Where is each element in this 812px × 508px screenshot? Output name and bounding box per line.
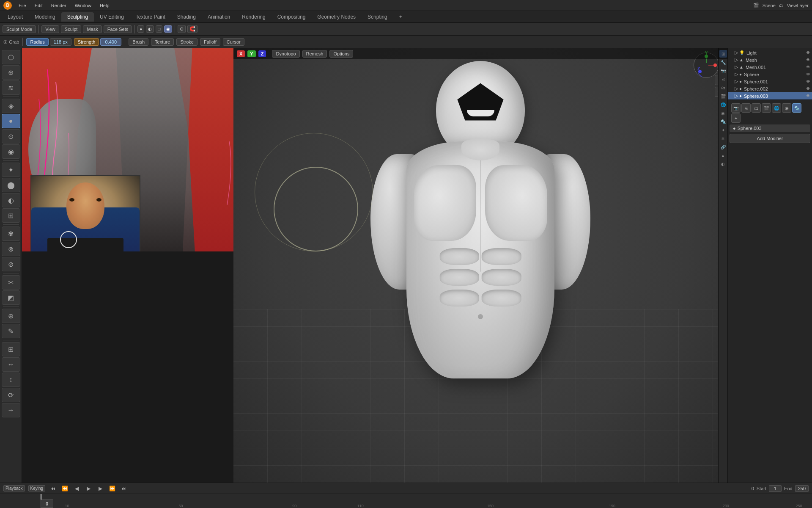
stroke-dropdown[interactable]: Stroke bbox=[176, 38, 198, 46]
outliner-light[interactable]: ▷ 💡 Light 👁 bbox=[728, 49, 812, 56]
tab-scripting[interactable]: Scripting bbox=[362, 12, 393, 22]
sculpt-menu[interactable]: Sculpt bbox=[61, 25, 82, 33]
tool-layer[interactable]: ⊞ bbox=[2, 208, 20, 223]
tab-animation[interactable]: Animation bbox=[202, 12, 236, 22]
dynotopo-dropdown[interactable]: Dynotopo bbox=[272, 50, 299, 58]
prev-frame-btn[interactable]: ◀ bbox=[72, 484, 81, 493]
strength-btn[interactable]: Strength bbox=[74, 38, 99, 46]
mask-menu[interactable]: Mask bbox=[83, 25, 102, 33]
reference-viewport[interactable] bbox=[22, 48, 233, 251]
tab-uv-editing[interactable]: UV Editing bbox=[94, 12, 130, 22]
tool-blob[interactable]: ⊗ bbox=[2, 242, 20, 256]
ri-view-layer[interactable]: 🗂 bbox=[719, 84, 727, 91]
proportional-edit[interactable]: ⊙ bbox=[178, 25, 186, 33]
outliner-mesh001[interactable]: ▷ ▲ Mesh.001 👁 bbox=[728, 64, 812, 71]
tool-rotate-tool[interactable]: ⟳ bbox=[2, 388, 20, 402]
light-visibility[interactable]: 👁 bbox=[806, 50, 810, 55]
viewport-shading-1[interactable]: ● bbox=[137, 25, 144, 33]
menu-window[interactable]: Window bbox=[71, 2, 95, 9]
play-btn[interactable]: ▶ bbox=[84, 484, 93, 493]
outliner-sphere003[interactable]: ▷ ● Sphere.003 👁 bbox=[728, 92, 812, 99]
start-value[interactable]: 1 bbox=[769, 485, 782, 492]
axis-y[interactable]: Y bbox=[247, 50, 255, 57]
tool-elastic[interactable]: ⊙ bbox=[2, 129, 20, 144]
jump-end-btn[interactable]: ⏭ bbox=[120, 484, 128, 493]
tab-compositing[interactable]: Compositing bbox=[272, 12, 312, 22]
tool-scale[interactable]: → bbox=[2, 403, 20, 417]
prop-object-tab[interactable]: ◉ bbox=[782, 103, 791, 113]
brush-dropdown[interactable]: Brush bbox=[129, 38, 148, 46]
sculpt-viewport[interactable]: X Y Z Dynotopo Remesh Options 🔍 ✥ ⟳ bbox=[233, 48, 727, 483]
next-frame-btn[interactable]: ▶ bbox=[96, 484, 104, 493]
viewport-shading-4[interactable]: ◉ bbox=[164, 25, 172, 33]
ri-physics[interactable]: ⚛ bbox=[719, 135, 727, 142]
axis-z[interactable]: Z bbox=[258, 50, 266, 57]
tool-pinch[interactable]: ◐ bbox=[2, 193, 20, 207]
ri-properties[interactable]: 🔧 bbox=[719, 58, 727, 66]
tool-box-select[interactable]: ⊞ bbox=[2, 342, 20, 356]
end-value[interactable]: 250 bbox=[795, 485, 809, 492]
sphere001-visibility[interactable]: 👁 bbox=[806, 79, 810, 84]
keying-dropdown[interactable]: Keying bbox=[28, 485, 46, 491]
sphere003-visibility[interactable]: 👁 bbox=[806, 94, 810, 98]
tab-geometry-nodes[interactable]: Geometry Nodes bbox=[311, 12, 362, 22]
sphere-visibility[interactable]: 👁 bbox=[806, 72, 810, 77]
tool-inflate[interactable]: ✾ bbox=[2, 226, 20, 241]
ri-output[interactable]: 🖨 bbox=[719, 75, 727, 83]
strength-value[interactable]: 0.400 bbox=[100, 38, 121, 46]
mesh001-visibility[interactable]: 👁 bbox=[806, 65, 810, 69]
prop-output-tab[interactable]: 🖨 bbox=[741, 103, 751, 113]
face-sets-menu[interactable]: Face Sets bbox=[104, 25, 132, 33]
tab-modeling[interactable]: Modeling bbox=[29, 12, 61, 22]
ri-constraints[interactable]: 🔗 bbox=[719, 143, 727, 151]
next-keyframe-btn[interactable]: ⏩ bbox=[108, 484, 116, 493]
tool-thumb[interactable]: ◈ bbox=[2, 99, 20, 113]
prop-particles-tab[interactable]: ✦ bbox=[731, 113, 741, 123]
tool-scrape[interactable]: ✦ bbox=[2, 163, 20, 177]
ri-world[interactable]: 🌐 bbox=[719, 101, 727, 108]
tool-faceset[interactable]: ◩ bbox=[2, 290, 20, 305]
cursor-dropdown[interactable]: Cursor bbox=[223, 38, 244, 46]
tool-flatten[interactable]: ◉ bbox=[2, 144, 20, 159]
tab-layout[interactable]: Layout bbox=[2, 12, 29, 22]
ri-render[interactable]: 📷 bbox=[719, 67, 727, 75]
tool-move[interactable]: ↕ bbox=[2, 373, 20, 387]
jump-start-btn[interactable]: ⏮ bbox=[49, 484, 57, 493]
tool-mask[interactable]: ✂ bbox=[2, 275, 20, 290]
prop-modifier-tab[interactable]: 🔩 bbox=[792, 103, 801, 113]
axis-x[interactable]: X bbox=[237, 50, 245, 57]
tool-lasso[interactable]: ↔ bbox=[2, 357, 20, 372]
add-modifier-button[interactable]: Add Modifier bbox=[730, 134, 810, 143]
tool-annotate[interactable]: ✎ bbox=[2, 324, 20, 338]
ri-material[interactable]: ◐ bbox=[719, 160, 727, 168]
tab-rendering[interactable]: Rendering bbox=[236, 12, 271, 22]
tool-fill[interactable]: ⬤ bbox=[2, 178, 20, 192]
prop-viewlayer-tab[interactable]: 🗂 bbox=[752, 103, 761, 113]
tool-smooth[interactable]: ⊕ bbox=[2, 65, 20, 80]
options-dropdown[interactable]: Options bbox=[329, 50, 353, 58]
tab-texture-paint[interactable]: Texture Paint bbox=[130, 12, 171, 22]
texture-dropdown[interactable]: Texture bbox=[151, 38, 174, 46]
ri-data[interactable]: ▲ bbox=[719, 152, 727, 159]
tab-sculpting[interactable]: Sculpting bbox=[61, 12, 94, 22]
ri-modifier[interactable]: 🔩 bbox=[719, 118, 727, 125]
view-menu[interactable]: View bbox=[41, 25, 59, 33]
tool-grab[interactable]: ● bbox=[2, 114, 20, 128]
outliner-sphere[interactable]: ▷ ● Sphere 👁 bbox=[728, 71, 812, 78]
viewport-shading-3[interactable]: □ bbox=[156, 25, 162, 33]
mode-dropdown[interactable]: Sculpt Mode bbox=[3, 25, 36, 33]
menu-render[interactable]: Render bbox=[48, 2, 70, 9]
mesh-visibility[interactable]: 👁 bbox=[806, 58, 810, 62]
prop-world-tab[interactable]: 🌐 bbox=[772, 103, 781, 113]
ri-particles[interactable]: ✦ bbox=[719, 126, 727, 134]
viewport-shading-2[interactable]: ◐ bbox=[146, 25, 154, 33]
radius-value[interactable]: 118 px bbox=[50, 38, 71, 46]
outliner-sphere002[interactable]: ▷ ● Sphere.002 👁 bbox=[728, 85, 812, 92]
playback-dropdown[interactable]: Playback bbox=[3, 485, 25, 491]
prop-scene-tab[interactable]: 🎬 bbox=[762, 103, 771, 113]
prop-render-tab[interactable]: 📷 bbox=[731, 103, 741, 113]
menu-help[interactable]: Help bbox=[96, 2, 113, 9]
prev-keyframe-btn[interactable]: ⏪ bbox=[60, 484, 69, 493]
tool-draw[interactable]: ⬡ bbox=[2, 50, 20, 64]
falloff-dropdown[interactable]: Falloff bbox=[200, 38, 220, 46]
